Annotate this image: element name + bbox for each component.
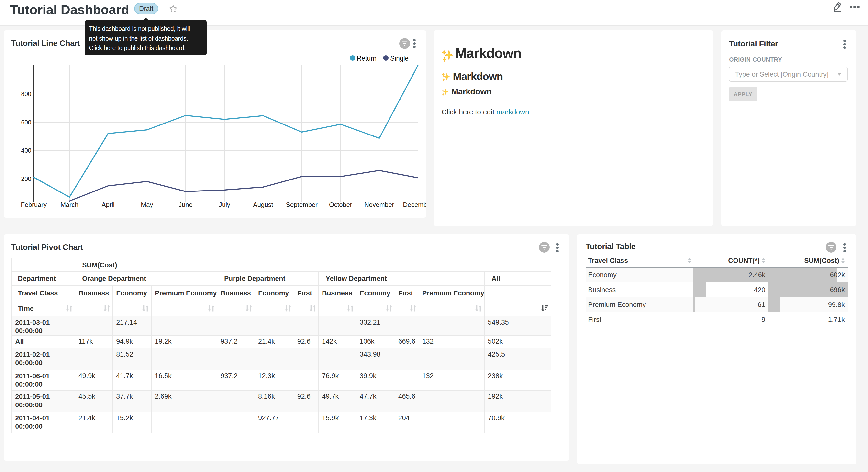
svg-text:600: 600 (21, 119, 31, 126)
svg-text:400: 400 (21, 147, 31, 154)
svg-text:November: November (364, 201, 394, 208)
svg-text:200: 200 (21, 175, 31, 182)
svg-text:February: February (21, 201, 47, 208)
svg-text:December: December (403, 201, 426, 208)
svg-text:May: May (141, 201, 153, 208)
svg-text:June: June (179, 201, 192, 208)
svg-text:March: March (60, 201, 79, 208)
svg-text:August: August (253, 201, 273, 208)
svg-text:800: 800 (21, 90, 31, 97)
svg-text:October: October (329, 201, 352, 208)
svg-text:September: September (286, 201, 318, 208)
svg-text:July: July (219, 201, 230, 208)
svg-text:April: April (101, 201, 115, 208)
